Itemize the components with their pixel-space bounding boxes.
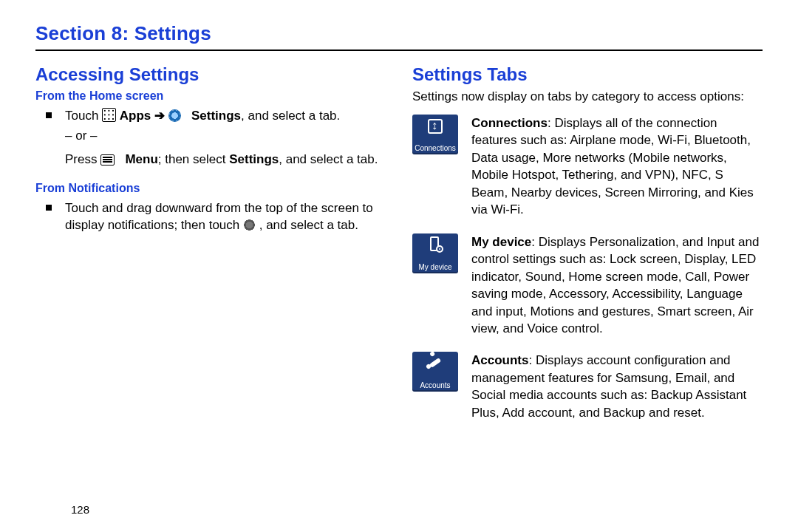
connections-icon: [425, 117, 446, 137]
text: , and select a tab.: [279, 152, 378, 166]
settings-gear-icon: [168, 109, 181, 122]
settings-tabs-heading: Settings Tabs: [412, 64, 763, 85]
badge-label: My device: [412, 264, 458, 271]
notifications-list: Touch and drag downward from the top of …: [35, 200, 386, 234]
tab-title: Connections: [471, 116, 548, 130]
list-item: Touch and drag downward from the top of …: [35, 200, 386, 234]
tab-title: My device: [471, 235, 531, 249]
section-title: Section 8: Settings: [35, 22, 763, 45]
press-menu-line: Press Menu; then select Settings, and se…: [35, 151, 386, 168]
tab-title: Accounts: [471, 353, 528, 367]
from-notifications-heading: From Notifications: [35, 182, 386, 195]
title-rule: [35, 50, 763, 51]
accessing-settings-heading: Accessing Settings: [35, 64, 386, 85]
my-device-description: My device: Displays Personalization, and…: [471, 233, 763, 338]
from-home-screen-heading: From the Home screen: [35, 89, 386, 103]
menu-label: Menu: [125, 152, 157, 166]
menu-icon: [100, 154, 115, 166]
list-item: Touch Apps ➔ Settings, and select a tab.: [35, 107, 386, 124]
text: ; then select: [158, 152, 229, 166]
text: , and select a tab.: [259, 218, 358, 232]
text: Press: [65, 152, 100, 166]
page-number: 128: [71, 503, 89, 516]
tab-row-my-device: My device My device: Displays Personaliz…: [412, 233, 763, 338]
connections-badge: Connections: [412, 115, 458, 154]
apps-grid-icon: [102, 108, 116, 122]
badge-label: Connections: [412, 145, 458, 152]
tab-row-connections: Connections Connections: Displays all of…: [412, 115, 763, 219]
two-column-layout: Accessing Settings From the Home screen …: [35, 61, 763, 421]
badge-label: Accounts: [412, 382, 458, 389]
arrow-icon: ➔: [154, 109, 168, 123]
right-column: Settings Tabs Settings now display on ta…: [412, 61, 763, 421]
tab-text: : Displays all of the connection feature…: [471, 116, 754, 216]
left-column: Accessing Settings From the Home screen …: [35, 61, 386, 421]
settings-tabs-list: Connections Connections: Displays all of…: [412, 115, 763, 421]
settings-label: Settings: [191, 109, 241, 123]
home-screen-list: Touch Apps ➔ Settings, and select a tab.: [35, 107, 386, 124]
my-device-icon: [425, 236, 446, 256]
settings-tabs-intro: Settings now display on tabs by category…: [412, 89, 763, 104]
accounts-badge: Accounts: [412, 352, 458, 392]
text: , and select a tab.: [241, 109, 340, 123]
connections-description: Connections: Displays all of the connect…: [471, 115, 763, 219]
apps-label: Apps: [120, 109, 151, 123]
accounts-description: Accounts: Displays account configuration…: [471, 352, 763, 421]
notification-gear-icon: [243, 219, 256, 231]
accounts-key-icon: [425, 355, 446, 374]
or-divider: – or –: [35, 129, 386, 143]
my-device-badge: My device: [412, 233, 458, 273]
settings-label: Settings: [229, 152, 279, 166]
text: Touch: [65, 109, 102, 123]
tab-text: : Displays Personalization, and Input an…: [471, 235, 759, 335]
tab-row-accounts: Accounts Accounts: Displays account conf…: [412, 352, 763, 421]
